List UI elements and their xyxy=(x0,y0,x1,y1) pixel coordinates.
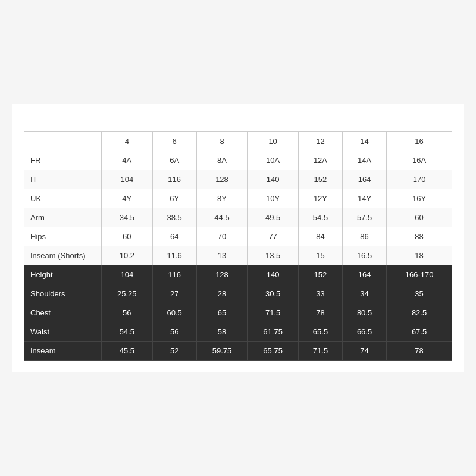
cell-5-5: 16.5 xyxy=(343,246,387,265)
cell-5-4: 15 xyxy=(298,246,342,265)
row-label-dark: Chest xyxy=(24,303,102,322)
table-row-dark: Waist54.5565861.7565.566.567.5 xyxy=(24,322,452,341)
dark-cell-0-3: 140 xyxy=(248,265,299,284)
dark-cell-1-5: 34 xyxy=(343,284,387,303)
table-header-row: 46810121416 xyxy=(24,131,452,151)
cell-0-2: 8A xyxy=(196,151,248,170)
cell-4-0: 60 xyxy=(102,227,153,246)
cell-1-5: 164 xyxy=(343,170,387,189)
cell-2-6: 16Y xyxy=(387,189,452,208)
row-label: Hips xyxy=(24,227,102,246)
cell-1-3: 140 xyxy=(248,170,299,189)
header-col-2: 8 xyxy=(196,131,248,151)
cell-3-0: 34.5 xyxy=(102,208,153,227)
size-table: 46810121416 FR4A6A8A10A12A14A16AIT104116… xyxy=(24,131,452,361)
row-label-dark: Inseam xyxy=(24,341,102,360)
dark-cell-0-4: 152 xyxy=(298,265,342,284)
row-label: Inseam (Shorts) xyxy=(24,246,102,265)
header-col-6: 16 xyxy=(387,131,452,151)
dark-cell-4-4: 71.5 xyxy=(298,341,342,360)
table-row: IT104116128140152164170 xyxy=(24,170,452,189)
cell-0-4: 12A xyxy=(298,151,342,170)
dark-cell-0-1: 116 xyxy=(152,265,196,284)
header-col-0: 4 xyxy=(102,131,153,151)
header-col-4: 12 xyxy=(298,131,342,151)
dark-cell-2-4: 78 xyxy=(298,303,342,322)
cell-0-5: 14A xyxy=(343,151,387,170)
row-label-dark: Shoulders xyxy=(24,284,102,303)
cell-3-2: 44.5 xyxy=(196,208,248,227)
dark-cell-3-3: 61.75 xyxy=(248,322,299,341)
header-col-3: 10 xyxy=(248,131,299,151)
cell-5-6: 18 xyxy=(387,246,452,265)
dark-cell-2-5: 80.5 xyxy=(343,303,387,322)
dark-cell-0-0: 104 xyxy=(102,265,153,284)
cell-2-3: 10Y xyxy=(248,189,299,208)
dark-cell-2-1: 60.5 xyxy=(152,303,196,322)
cell-1-6: 170 xyxy=(387,170,452,189)
dark-cell-4-5: 74 xyxy=(343,341,387,360)
dark-cell-1-1: 27 xyxy=(152,284,196,303)
dark-cell-4-6: 78 xyxy=(387,341,452,360)
cell-1-2: 128 xyxy=(196,170,248,189)
cell-0-1: 6A xyxy=(152,151,196,170)
dark-cell-1-0: 25.25 xyxy=(102,284,153,303)
cell-5-3: 13.5 xyxy=(248,246,299,265)
header-label-cell xyxy=(24,131,102,151)
dark-cell-0-2: 128 xyxy=(196,265,248,284)
main-container: 46810121416 FR4A6A8A10A12A14A16AIT104116… xyxy=(12,104,464,372)
dark-cell-2-2: 65 xyxy=(196,303,248,322)
table-row-dark: Chest5660.56571.57880.582.5 xyxy=(24,303,452,322)
header-col-1: 6 xyxy=(152,131,196,151)
cell-3-6: 60 xyxy=(387,208,452,227)
dark-cell-0-5: 164 xyxy=(343,265,387,284)
table-row-dark: Shoulders25.25272830.5333435 xyxy=(24,284,452,303)
cell-3-5: 57.5 xyxy=(343,208,387,227)
cell-0-0: 4A xyxy=(102,151,153,170)
table-row-dark: Inseam45.55259.7565.7571.57478 xyxy=(24,341,452,360)
row-label: UK xyxy=(24,189,102,208)
cell-3-3: 49.5 xyxy=(248,208,299,227)
dark-cell-4-0: 45.5 xyxy=(102,341,153,360)
table-row: Hips60647077848688 xyxy=(24,227,452,246)
cell-2-0: 4Y xyxy=(102,189,153,208)
cell-4-3: 77 xyxy=(248,227,299,246)
cell-5-2: 13 xyxy=(196,246,248,265)
table-row-dark: Height104116128140152164166-170 xyxy=(24,265,452,284)
row-label-dark: Waist xyxy=(24,322,102,341)
row-label-dark: Height xyxy=(24,265,102,284)
cell-2-4: 12Y xyxy=(298,189,342,208)
dark-cell-2-3: 71.5 xyxy=(248,303,299,322)
cell-4-1: 64 xyxy=(152,227,196,246)
cell-1-4: 152 xyxy=(298,170,342,189)
dark-cell-3-2: 58 xyxy=(196,322,248,341)
dark-cell-4-2: 59.75 xyxy=(196,341,248,360)
row-label: Arm xyxy=(24,208,102,227)
cell-4-5: 86 xyxy=(343,227,387,246)
row-label: IT xyxy=(24,170,102,189)
cell-2-5: 14Y xyxy=(343,189,387,208)
cell-1-0: 104 xyxy=(102,170,153,189)
cell-1-1: 116 xyxy=(152,170,196,189)
cell-2-1: 6Y xyxy=(152,189,196,208)
cell-4-4: 84 xyxy=(298,227,342,246)
dark-cell-1-6: 35 xyxy=(387,284,452,303)
dark-cell-3-4: 65.5 xyxy=(298,322,342,341)
dark-cell-3-6: 67.5 xyxy=(387,322,452,341)
dark-cell-3-0: 54.5 xyxy=(102,322,153,341)
cell-4-6: 88 xyxy=(387,227,452,246)
dark-cell-1-4: 33 xyxy=(298,284,342,303)
cell-2-2: 8Y xyxy=(196,189,248,208)
dark-cell-1-2: 28 xyxy=(196,284,248,303)
dark-cell-0-6: 166-170 xyxy=(387,265,452,284)
dark-cell-2-6: 82.5 xyxy=(387,303,452,322)
table-row: FR4A6A8A10A12A14A16A xyxy=(24,151,452,170)
cell-0-6: 16A xyxy=(387,151,452,170)
cell-5-0: 10.2 xyxy=(102,246,153,265)
cell-5-1: 11.6 xyxy=(152,246,196,265)
cell-4-2: 70 xyxy=(196,227,248,246)
cell-3-1: 38.5 xyxy=(152,208,196,227)
row-label: FR xyxy=(24,151,102,170)
dark-cell-1-3: 30.5 xyxy=(248,284,299,303)
table-row: Inseam (Shorts)10.211.61313.51516.518 xyxy=(24,246,452,265)
